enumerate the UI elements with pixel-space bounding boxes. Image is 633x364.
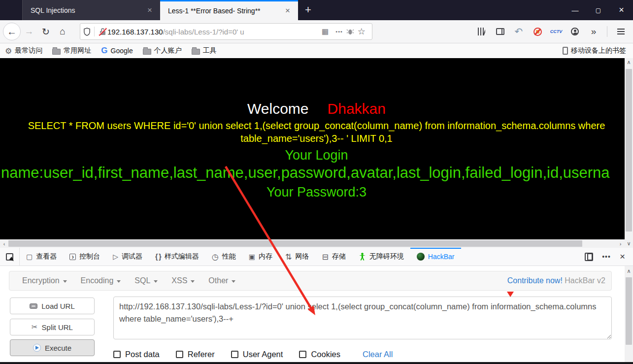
devtools-tab-debugger[interactable]: ▷调试器 [106,248,149,265]
url-path: /sqli-labs/Less-1/?id=0' u [163,28,244,36]
scroll-up-icon[interactable]: ∧ [625,58,633,66]
navigation-toolbar: ← → ↻ ⌂ 192.168.137.130/sqli-labs/Less-1… [0,20,633,43]
menu-xss[interactable]: XSS [165,276,201,285]
window-maximize-icon[interactable]: ▢ [587,0,610,20]
flash-blocked-icon[interactable] [529,24,546,39]
window-minimize-icon[interactable]: — [564,0,587,20]
clear-all-link[interactable]: Clear All [363,350,393,359]
scroll-up-icon[interactable]: ∧ [625,267,633,275]
folder-icon [143,49,151,55]
phone-icon [563,47,568,55]
bookmark-google[interactable]: GGoogle [96,43,137,58]
tab-title: SQL Injections [31,6,144,14]
devtools-tab-storage[interactable]: ⊟存储 [315,248,352,265]
url-host: 192.168.137.130 [107,28,163,36]
devtools-tab-performance[interactable]: ◷性能 [205,248,242,265]
new-tab-button[interactable]: + [298,1,318,20]
scroll-down-icon[interactable]: ∨ [625,239,633,248]
insecure-lock-icon[interactable] [99,28,106,35]
forward-icon[interactable]: → [21,26,37,37]
checkbox-icon[interactable] [231,351,238,358]
devtools-tab-style-editor[interactable]: { }样式编辑器 [149,248,205,265]
devtools-tab-memory[interactable]: ▣内存 [242,248,279,265]
devtools-close-icon[interactable]: × [616,251,629,262]
bug-icon[interactable] [346,28,354,35]
responsive-design-icon[interactable] [580,249,597,264]
account-icon[interactable] [566,24,583,39]
checkbox-icon[interactable] [113,351,121,358]
url-text[interactable]: 192.168.137.130/sqli-labs/Less-1/?id=0' … [107,28,318,36]
cctv-extension-icon[interactable]: CCTV [548,24,565,39]
page-actions-icon[interactable]: ••• [332,29,346,34]
back-button[interactable]: ← [3,23,21,40]
link-icon [30,303,37,309]
bookmark-folder-personal[interactable]: 个人账户 [138,43,187,58]
back-icon: ← [7,26,17,37]
home-icon[interactable]: ⌂ [54,26,71,37]
bookmark-folder-common[interactable]: 常用网址 [47,43,96,58]
window-close-icon[interactable]: × [610,0,633,20]
reload-icon[interactable]: ↻ [37,26,54,37]
url-bar[interactable]: 192.168.137.130/sqli-labs/Less-1/?id=0' … [80,23,372,40]
folder-icon [192,49,200,55]
tab-less1-active[interactable]: Less-1 **Error Based- String** × [160,0,298,20]
scrollbar-thumb[interactable] [8,240,582,247]
page-vertical-scrollbar[interactable]: ∧ ∨ [625,58,633,248]
load-url-button[interactable]: Load URL [10,298,95,314]
menu-encoding[interactable]: Encoding [74,276,128,285]
page-horizontal-scrollbar[interactable]: ‹ › [0,239,625,248]
checkbox-cookies[interactable]: Cookies [299,350,340,359]
pick-element-button[interactable] [0,248,20,265]
play-icon [33,344,41,352]
execute-button[interactable]: Execute [10,339,95,356]
checkbox-post-data[interactable]: Post data [113,350,160,359]
sidebar-icon[interactable] [492,24,508,39]
menu-encryption[interactable]: Encryption [15,276,74,285]
chevron-down-icon [154,280,158,283]
chevron-down-icon [117,280,121,283]
library-icon[interactable] [473,24,490,39]
performance-icon: ◷ [212,252,219,262]
bookmark-mobile[interactable]: 移动设备上的书签 [558,43,633,58]
divider [94,27,95,36]
chevron-down-icon [191,280,195,283]
devtools-tab-network[interactable]: ⇅网络 [279,248,315,265]
undo-closed-tab-icon[interactable]: ↶ [510,24,527,39]
hamburger-menu-icon[interactable] [612,24,629,39]
scrollbar-thumb[interactable] [626,69,632,232]
split-url-button[interactable]: ✂Split URL [10,319,95,335]
devtools-options-icon[interactable]: ••• [598,253,615,261]
tab-title: Less-1 **Error Based- String** [168,7,282,15]
scrollbar-thumb[interactable] [626,277,632,345]
payload-textarea[interactable]: http://192.168.137.130/sqli-labs/Less-1/… [113,297,612,339]
scroll-right-icon[interactable]: › [616,239,625,248]
bottom-edge-strip [0,362,633,364]
tracking-shield-icon[interactable] [83,28,91,36]
console-icon: › [69,254,76,260]
tab-close-icon[interactable]: × [282,6,293,16]
qr-code-icon[interactable]: ▦ [318,27,332,36]
menu-sql[interactable]: SQL [128,276,165,285]
checkbox-referer[interactable]: Referer [176,350,215,359]
devtools-tab-console[interactable]: ›控制台 [63,248,106,265]
tab-sql-injections[interactable]: SQL Injections × [22,0,160,20]
inspector-icon: ▢ [26,253,33,261]
folder-icon [52,49,61,55]
devtools-tab-hackbar[interactable]: HackBar [410,248,461,265]
contribute-link[interactable]: Contribute now! [507,276,563,285]
devtools-tab-accessibility[interactable]: 无障碍环境 [352,248,410,265]
menu-other[interactable]: Other [201,276,242,285]
bookmark-star-icon[interactable]: ☆ [354,26,369,37]
chevron-down-icon [232,280,235,283]
bookmark-folder-tools[interactable]: 工具 [187,43,222,58]
hackbar-vertical-scrollbar[interactable]: ∧ [625,266,633,362]
devtools-tab-inspector[interactable]: ▢查看器 [20,248,63,265]
tab-close-icon[interactable]: × [144,5,155,15]
scroll-left-icon[interactable]: ‹ [0,239,8,248]
checkbox-icon[interactable] [176,351,183,358]
overflow-chevron-icon[interactable]: » [585,24,602,39]
checkbox-user-agent[interactable]: User Agent [231,350,283,359]
password-label: Your Password:3 [0,185,633,200]
checkbox-icon[interactable] [299,351,306,358]
bookmark-most-visited[interactable]: ⚙最常访问 [0,43,47,58]
